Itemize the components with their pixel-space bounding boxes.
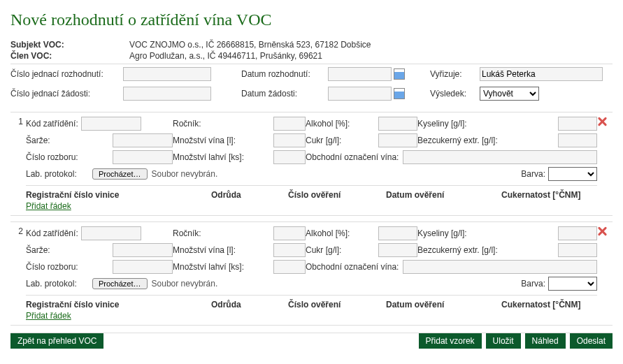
browse-button[interactable]: Procházet… [92, 278, 148, 289]
class-code-input[interactable] [81, 226, 141, 240]
sugarfree-input[interactable] [558, 243, 597, 257]
sugar-input[interactable] [378, 243, 417, 257]
acids-label: Kyseliny [g/l]: [417, 228, 467, 238]
qtyl-input[interactable] [273, 243, 306, 257]
request-no-input[interactable] [123, 87, 211, 101]
qtyl-label: Množství vína [l]: [173, 136, 236, 145]
tradename-label: Obchodní označení vína: [306, 152, 399, 162]
sample-block: 2Kód zatřídění:Ročník:Alkohol [%]:Kyseli… [10, 221, 613, 326]
calendar-icon[interactable] [394, 68, 405, 80]
add-sample-button[interactable]: Přidat vzorek [419, 333, 482, 349]
batch-input[interactable] [113, 243, 173, 257]
alcohol-label: Alkohol [%]: [306, 119, 350, 129]
th-verif-no: Číslo ověření [288, 190, 386, 200]
subject-label: Subjekt VOC: [10, 40, 129, 50]
sugar-input[interactable] [378, 133, 417, 147]
labprotocol-label: Lab. protokol: [26, 279, 92, 289]
th-reg: Registrační číslo vinice [26, 190, 211, 200]
color-select[interactable] [548, 277, 597, 291]
batch-label: Šarže: [26, 245, 50, 255]
decision-date-input[interactable] [328, 67, 392, 81]
class-code-label: Kód zatřídění: [26, 119, 78, 129]
decision-no-input[interactable] [123, 67, 211, 81]
alcohol-input[interactable] [378, 117, 417, 131]
analysis-no-label: Číslo rozboru: [26, 262, 78, 272]
batch-input[interactable] [113, 133, 173, 147]
add-row-link[interactable]: Přidat řádek [26, 311, 71, 321]
subject-value: VOC ZNOJMO o.s., IČ 26668815, Brněnská 5… [129, 40, 371, 50]
th-sugarness: Cukernatost [°ČNM] [501, 190, 597, 200]
bottles-input[interactable] [273, 150, 306, 164]
save-button[interactable]: Uložit [486, 333, 521, 349]
decision-date-label: Datum rozhodnutí: [241, 69, 324, 79]
request-no-label: Číslo jednací žádosti: [10, 89, 119, 99]
tradename-label: Obchodní označení vína: [306, 262, 399, 272]
th-verif-date: Datum ověření [386, 190, 501, 200]
sample-block: 1Kód zatřídění:Ročník:Alkohol [%]:Kyseli… [10, 112, 613, 216]
acids-input[interactable] [558, 117, 597, 131]
th-sugarness: Cukernatost [°ČNM] [501, 300, 597, 310]
member-value: Agro Podlužan, a.s., IČ 49446711, Prušán… [129, 51, 322, 61]
decision-no-label: Číslo jednací rozhodnutí: [10, 69, 119, 79]
analysis-no-input[interactable] [113, 150, 173, 164]
sugarfree-label: Bezcukerný extr. [g/l]: [417, 245, 498, 255]
file-status: Soubor nevybrán. [152, 169, 218, 179]
acids-label: Kyseliny [g/l]: [417, 119, 467, 129]
tradename-input[interactable] [403, 260, 597, 274]
add-row-link[interactable]: Přidat řádek [26, 201, 71, 211]
bottles-input[interactable] [273, 260, 306, 274]
labprotocol-label: Lab. protokol: [26, 169, 92, 179]
class-code-input[interactable] [81, 117, 141, 131]
color-select[interactable] [548, 167, 597, 181]
batch-label: Šarže: [26, 136, 50, 145]
year-input[interactable] [273, 117, 306, 131]
color-label: Barva: [521, 169, 545, 179]
sample-index: 2 [10, 222, 26, 325]
sample-index: 1 [10, 112, 26, 215]
preview-button[interactable]: Náhled [525, 333, 566, 349]
acids-input[interactable] [558, 226, 597, 240]
page-title: Nové rozhodnutí o zatřídění vína VOC [10, 10, 613, 29]
delete-icon[interactable] [597, 117, 607, 126]
th-verif-no: Číslo ověření [288, 300, 386, 310]
tradename-input[interactable] [403, 150, 597, 164]
color-label: Barva: [521, 279, 545, 289]
class-code-label: Kód zatřídění: [26, 228, 78, 238]
qtyl-input[interactable] [273, 133, 306, 147]
bottles-label: Množství lahví [ks]: [173, 262, 244, 272]
delete-icon[interactable] [597, 226, 607, 236]
sugar-label: Cukr [g/l]: [306, 245, 341, 255]
result-label: Výsledek: [430, 89, 475, 99]
sugarfree-input[interactable] [558, 133, 597, 147]
th-variety: Odrůda [211, 190, 288, 200]
sugarfree-label: Bezcukerný extr. [g/l]: [417, 136, 498, 145]
send-button[interactable]: Odeslat [570, 333, 613, 349]
sugar-label: Cukr [g/l]: [306, 136, 341, 145]
th-reg: Registrační číslo vinice [26, 300, 211, 310]
result-select[interactable]: Vyhovět [480, 87, 539, 101]
year-label: Ročník: [173, 228, 201, 238]
calendar-icon[interactable] [394, 88, 405, 99]
file-status: Soubor nevybrán. [152, 279, 218, 289]
analysis-no-label: Číslo rozboru: [26, 152, 78, 162]
th-verif-date: Datum ověření [386, 300, 501, 310]
year-label: Ročník: [173, 119, 201, 129]
back-button[interactable]: Zpět na přehled VOC [10, 333, 103, 349]
handler-input[interactable] [480, 67, 603, 81]
member-label: Člen VOC: [10, 51, 129, 61]
th-variety: Odrůda [211, 300, 288, 310]
alcohol-label: Alkohol [%]: [306, 228, 350, 238]
qtyl-label: Množství vína [l]: [173, 245, 236, 255]
request-date-label: Datum žádosti: [241, 89, 324, 99]
analysis-no-input[interactable] [113, 260, 173, 274]
bottles-label: Množství lahví [ks]: [173, 152, 244, 162]
request-date-input[interactable] [328, 87, 392, 101]
handler-label: Vyřizuje: [430, 69, 475, 79]
browse-button[interactable]: Procházet… [92, 168, 148, 180]
year-input[interactable] [273, 226, 306, 240]
alcohol-input[interactable] [378, 226, 417, 240]
